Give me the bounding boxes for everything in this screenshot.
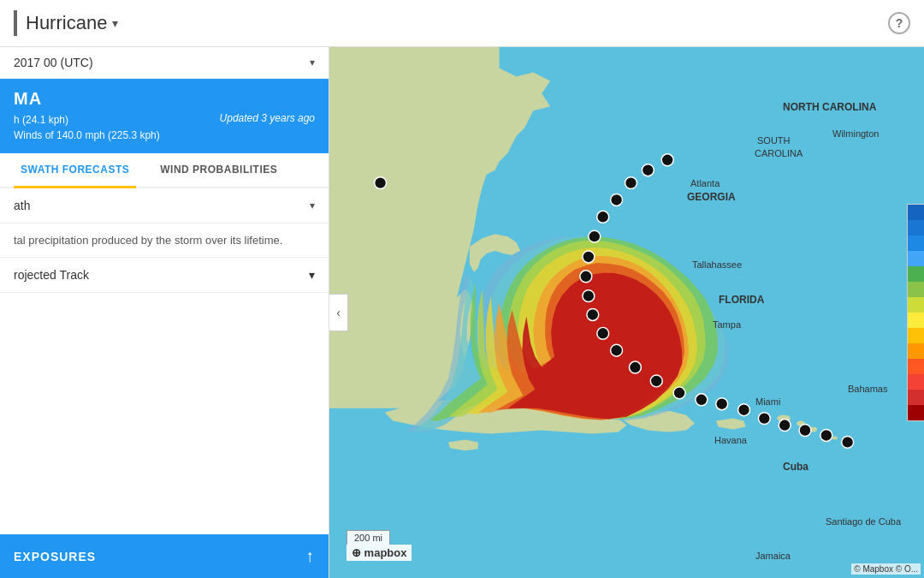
svg-point-25 [583, 290, 595, 302]
date-value: 2017 00 (UTC) [14, 56, 93, 69]
legend-color-item [908, 374, 924, 390]
title-dropdown-arrow[interactable]: ▾ [112, 16, 118, 30]
storm-updated: Updated 3 years ago [220, 112, 315, 124]
svg-point-34 [375, 177, 387, 189]
legend-color-item [908, 235, 924, 251]
title-area: Hurricane ▾ [26, 12, 118, 34]
svg-point-27 [583, 251, 595, 263]
forecast-tabs: SWATH FORECASTS WIND PROBABILITIES [0, 153, 329, 188]
svg-point-24 [587, 309, 599, 321]
exposures-up-arrow: ↑ [305, 546, 315, 566]
svg-point-31 [625, 177, 637, 189]
svg-point-32 [642, 164, 654, 176]
svg-point-20 [650, 375, 662, 387]
svg-point-29 [597, 211, 609, 223]
storm-details: h (24.1 kph) Winds of 140.0 mph (225.3 k… [14, 112, 315, 143]
storm-name: MA [14, 89, 315, 109]
storm-speed: h (24.1 kph) Winds of 140.0 mph (225.3 k… [14, 112, 160, 143]
svg-point-26 [580, 271, 592, 283]
svg-point-14 [779, 420, 791, 432]
svg-point-22 [611, 344, 623, 356]
storm-banner: MA h (24.1 kph) Winds of 140.0 mph (225.… [0, 79, 329, 153]
svg-point-18 [696, 394, 708, 406]
legend-color-item [908, 297, 924, 313]
exposures-footer[interactable]: EXPOSURES ↑ [0, 534, 329, 578]
legend-color-item [908, 282, 924, 297]
legend-color-item [908, 251, 924, 266]
scale-bar: 200 mi [346, 530, 390, 545]
storm-speed-line2: Winds of 140.0 mph (225.3 kph) [14, 128, 160, 143]
svg-point-28 [589, 230, 601, 242]
app-title: Hurricane [26, 12, 107, 34]
exposures-label: EXPOSURES [14, 550, 96, 563]
svg-point-30 [611, 194, 623, 206]
mapbox-logo: ⊕ mapbox [346, 545, 412, 561]
svg-point-15 [758, 413, 770, 425]
legend-color-item [908, 405, 924, 420]
sidebar: 2017 00 (UTC) ▾ MA h (24.1 kph) Winds of… [0, 47, 329, 578]
svg-point-33 [661, 154, 673, 166]
legend-color-item [908, 390, 924, 405]
legend-color-item [908, 328, 924, 343]
track-section[interactable]: rojected Track ▾ [0, 258, 329, 293]
date-selector[interactable]: 2017 00 (UTC) ▾ [0, 47, 329, 79]
tab-swath-forecasts[interactable]: SWATH FORECASTS [14, 153, 136, 188]
tab-wind-probabilities[interactable]: WIND PROBABILITIES [153, 153, 284, 188]
svg-point-11 [842, 436, 854, 448]
swath-section-header[interactable]: ath ▾ [0, 188, 329, 223]
legend-color-item [908, 220, 924, 235]
app-header: Hurricane ▾ ? [0, 0, 924, 47]
svg-point-23 [597, 327, 609, 339]
svg-point-19 [673, 387, 685, 399]
track-label: rojected Track [14, 268, 89, 282]
legend-color-item [908, 266, 924, 282]
legend-color-item [908, 343, 924, 359]
track-arrow: ▾ [309, 268, 315, 282]
svg-point-16 [738, 404, 750, 416]
help-button[interactable]: ? [888, 12, 910, 34]
legend-color-item [908, 359, 924, 374]
color-legend [907, 204, 924, 421]
svg-point-12 [820, 430, 832, 442]
date-dropdown-arrow: ▾ [310, 57, 315, 69]
svg-point-5 [832, 436, 838, 439]
storm-speed-line1: h (24.1 kph) [14, 112, 160, 128]
map-attribution: © Mapbox © O... [851, 563, 921, 575]
svg-point-17 [716, 398, 728, 410]
svg-point-21 [629, 361, 641, 373]
swath-arrow: ▾ [310, 200, 315, 212]
swath-label: ath [14, 199, 30, 212]
logo-bar [14, 10, 17, 36]
map-area[interactable]: ‹ [329, 47, 924, 578]
swath-description: tal precipitation produced by the storm … [0, 223, 329, 258]
main-content: 2017 00 (UTC) ▾ MA h (24.1 kph) Winds of… [0, 47, 924, 578]
sidebar-collapse-button[interactable]: ‹ [329, 294, 348, 331]
svg-point-13 [799, 425, 811, 437]
legend-color-item [908, 205, 924, 220]
legend-color-item [908, 313, 924, 328]
